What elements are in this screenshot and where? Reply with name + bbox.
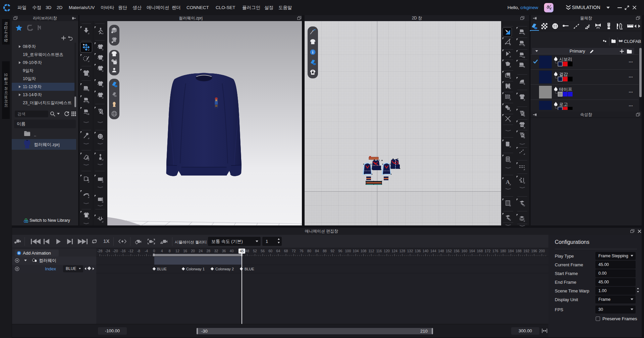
svg-text:88: 88	[323, 249, 327, 253]
svg-text:200: 200	[539, 249, 545, 253]
svg-text:184: 184	[508, 249, 514, 253]
svg-text:0: 0	[153, 249, 155, 253]
svg-text:-8: -8	[137, 249, 140, 253]
svg-text:144: 144	[430, 249, 436, 253]
svg-text:40: 40	[230, 249, 234, 253]
svg-text:92: 92	[330, 249, 334, 253]
svg-text:20: 20	[191, 249, 195, 253]
svg-text:192: 192	[524, 249, 530, 253]
svg-text:60: 60	[268, 249, 272, 253]
svg-text:160: 160	[462, 249, 468, 253]
svg-text:164: 164	[469, 249, 475, 253]
svg-text:32: 32	[214, 249, 218, 253]
svg-text:-16: -16	[120, 249, 125, 253]
svg-text:124: 124	[391, 249, 397, 253]
svg-text:168: 168	[477, 249, 483, 253]
svg-text:80: 80	[307, 249, 311, 253]
svg-text:96: 96	[338, 249, 342, 253]
svg-text:188: 188	[516, 249, 522, 253]
svg-text:56: 56	[261, 249, 265, 253]
svg-text:84: 84	[315, 249, 319, 253]
svg-text:52: 52	[253, 249, 257, 253]
svg-text:140: 140	[423, 249, 429, 253]
svg-text:24: 24	[199, 249, 203, 253]
svg-text:-12: -12	[128, 249, 133, 253]
svg-text:28: 28	[206, 249, 210, 253]
svg-text:36: 36	[222, 249, 226, 253]
svg-text:120: 120	[384, 249, 390, 253]
svg-text:116: 116	[376, 249, 382, 253]
svg-text:148: 148	[438, 249, 444, 253]
svg-text:-28: -28	[97, 249, 102, 253]
svg-text:128: 128	[399, 249, 406, 253]
svg-text:100: 100	[345, 249, 351, 253]
svg-text:4: 4	[161, 249, 163, 253]
svg-text:-24: -24	[105, 249, 110, 253]
svg-text:176: 176	[492, 249, 498, 253]
svg-text:76: 76	[300, 249, 304, 253]
svg-text:152: 152	[446, 249, 452, 253]
svg-text:-4: -4	[145, 249, 148, 253]
svg-text:12: 12	[175, 249, 179, 253]
svg-text:156: 156	[453, 249, 460, 253]
svg-text:72: 72	[292, 249, 296, 253]
svg-text:108: 108	[361, 249, 367, 253]
svg-text:16: 16	[183, 249, 187, 253]
svg-text:172: 172	[485, 249, 491, 253]
svg-text:64: 64	[276, 249, 280, 253]
svg-text:-20: -20	[113, 249, 118, 253]
svg-text:8: 8	[169, 249, 171, 253]
svg-text:136: 136	[415, 249, 421, 253]
svg-text:112: 112	[369, 249, 374, 253]
svg-text:48: 48	[245, 249, 249, 253]
svg-text:68: 68	[284, 249, 288, 253]
svg-text:180: 180	[500, 249, 506, 253]
svg-text:104: 104	[353, 249, 359, 253]
svg-text:196: 196	[531, 249, 537, 253]
svg-text:132: 132	[407, 249, 413, 253]
